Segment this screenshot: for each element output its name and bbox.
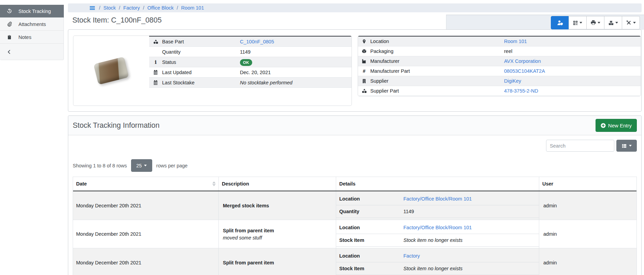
sidebar-item-label: Stock Tracking [18, 9, 51, 14]
factory-icon [358, 59, 370, 64]
building-icon [358, 79, 370, 84]
info-icon: i [149, 59, 162, 65]
manufacturer-link[interactable]: AVX Corporation [504, 58, 641, 64]
field-label: Manufacturer [370, 58, 504, 64]
chevron-down-icon [629, 145, 632, 147]
field-label: Quantity [162, 49, 240, 55]
tools-icon [626, 20, 631, 25]
columns-toggle-button[interactable] [616, 140, 637, 152]
chevron-down-icon [144, 165, 147, 166]
sidebar-item-stock-tracking[interactable]: Stock Tracking [0, 5, 64, 18]
breadcrumb-link-factory[interactable]: Factory [123, 5, 140, 11]
search-input[interactable] [546, 140, 614, 152]
field-label: Supplier Part [370, 88, 504, 94]
print-actions-button[interactable] [586, 16, 604, 29]
table-row: Monday December 20th 2021 Merged stock i… [73, 191, 636, 220]
supplier-part-link[interactable]: 478-3755-2-ND [504, 88, 641, 94]
table-row: Manufacturer AVX Corporation [358, 56, 641, 66]
item-summary-table: Base Part C_100nF_0805 Quantity 1149 i S… [149, 36, 352, 88]
stock-item-actions-button[interactable] [622, 16, 640, 29]
location-link[interactable]: Factory/Office Block/Room 101 [403, 196, 539, 202]
table-row: Supplier DigiKey [358, 76, 641, 86]
location-link[interactable]: Factory/Office Block/Room 101 [403, 225, 539, 230]
part-thumbnail-image[interactable] [94, 57, 129, 85]
entry-description: Split from parent item moved some stuff [219, 220, 336, 248]
menu-icon[interactable] [89, 5, 96, 11]
breadcrumb-link-room-101[interactable]: Room 101 [181, 5, 204, 11]
admin-user-shield-button[interactable] [551, 16, 569, 29]
pagination-info: Showing 1 to 8 of 8 rows 25 rows per pag… [73, 159, 637, 172]
chevron-left-icon [0, 50, 18, 54]
sidebar: Stock Tracking Attachments Notes [0, 5, 64, 60]
sort-icon[interactable] [212, 181, 216, 186]
breadcrumb-link-office-block[interactable]: Office Block [147, 5, 174, 11]
page-title: Stock Item: C_100nF_0805 [72, 16, 162, 25]
quantity-value: 1149 [240, 49, 352, 55]
table-row: Last Stocktake No stocktake performed [149, 78, 352, 88]
entry-description: Split from parent item [219, 248, 336, 275]
section-title: Stock Tracking Information [73, 121, 160, 130]
item-source-box: Location Room 101 Packaging reel Manufac… [358, 36, 641, 96]
location-link[interactable]: Room 101 [504, 39, 641, 44]
header-toolbar-area [446, 15, 644, 30]
item-source-table: Location Room 101 Packaging reel Manufac… [358, 36, 641, 96]
breadcrumb-separator: / [177, 5, 178, 11]
column-header-date[interactable]: Date [73, 177, 219, 191]
column-header-description[interactable]: Description [219, 177, 336, 191]
table-row: Packaging reel [358, 46, 641, 56]
item-summary-box: Base Part C_100nF_0805 Quantity 1149 i S… [73, 36, 352, 106]
table-row: Quantity 1149 [149, 47, 352, 57]
shapes-icon [358, 88, 370, 93]
page-header: Stock Item: C_100nF_0805 [68, 12, 642, 29]
calendar-icon [149, 80, 162, 85]
table-row: Last Updated Dec. 20, 2021 [149, 67, 352, 78]
detail-row: Location Factory/Office Block/Room 101 [336, 221, 539, 234]
stock-boxes-icon [609, 20, 614, 25]
breadcrumb-separator: / [99, 5, 100, 11]
part-image-cell [73, 36, 149, 106]
field-label: Status [162, 59, 240, 65]
tracking-card-header: Stock Tracking Information New Entry [68, 116, 641, 135]
table-row: i Status OK [149, 57, 352, 67]
detail-row: Stock Item Stock item no longer exists [336, 262, 539, 275]
stock-tracking-card: Stock Tracking Information New Entry [68, 115, 642, 275]
header-button-group [551, 16, 640, 29]
field-label: Manufacturer Part [370, 68, 504, 74]
table-row: Location Room 101 [358, 37, 641, 46]
main-content: / Stock / Factory / Office Block / Room … [68, 3, 642, 275]
entry-user: admin [539, 220, 636, 248]
map-marker-icon [358, 39, 370, 44]
history-icon [0, 9, 18, 14]
field-label: Base Part [162, 39, 240, 44]
breadcrumb-separator: / [143, 5, 144, 11]
paperclip-icon [0, 22, 18, 27]
new-entry-button[interactable]: New Entry [596, 119, 637, 132]
sidebar-collapse-button[interactable] [0, 44, 64, 60]
user-shield-icon [557, 20, 563, 25]
manufacturer-part-link[interactable]: 08053C104KAT2A [504, 68, 641, 74]
detail-row: Stock Item Stock item no longer exists [336, 234, 539, 247]
breadcrumb-link-stock[interactable]: Stock [103, 5, 116, 11]
field-label: Packaging [370, 49, 504, 54]
chevron-down-icon [598, 22, 600, 24]
detail-row: Location Factory [336, 250, 539, 262]
stock-actions-button[interactable] [604, 16, 622, 29]
table-row: Monday December 20th 2021 Split from par… [73, 220, 636, 248]
location-link[interactable]: Factory [403, 253, 539, 259]
supplier-link[interactable]: DigiKey [504, 78, 641, 84]
last-updated-value: Dec. 20, 2021 [240, 70, 352, 75]
column-header-details[interactable]: Details [336, 177, 539, 191]
page-size-dropdown[interactable]: 25 [131, 159, 152, 172]
sidebar-item-notes[interactable]: Notes [0, 31, 64, 44]
detail-row: Quantity 1149 [336, 205, 539, 218]
base-part-link[interactable]: C_100nF_0805 [240, 39, 352, 44]
entry-details: Location Factory Stock Item Stock item n… [336, 248, 539, 275]
tracking-table-header: Date Description Details User [73, 177, 636, 191]
calendar-icon [149, 70, 162, 75]
column-header-user[interactable]: User [539, 177, 636, 191]
sidebar-item-attachments[interactable]: Attachments [0, 18, 64, 31]
clipboard-icon [0, 35, 18, 40]
barcode-actions-button[interactable] [569, 16, 587, 29]
breadcrumb-separator: / [119, 5, 120, 11]
chevron-down-icon [633, 22, 636, 24]
